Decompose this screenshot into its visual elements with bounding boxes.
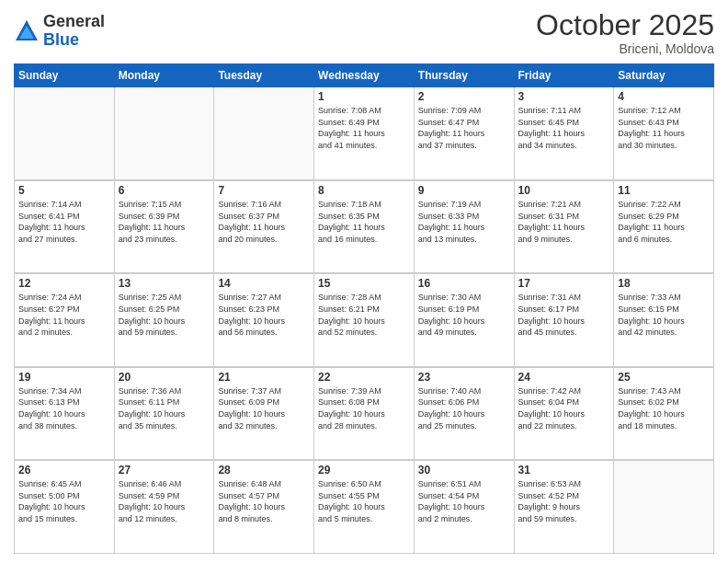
day-info: Sunrise: 7:22 AMSunset: 6:29 PMDaylight:…	[618, 199, 710, 245]
calendar-cell: 21Sunrise: 7:37 AMSunset: 6:09 PMDayligh…	[214, 367, 314, 460]
day-info: Sunrise: 6:51 AMSunset: 4:54 PMDaylight:…	[418, 478, 510, 524]
day-number: 24	[518, 371, 610, 384]
day-number: 26	[18, 464, 110, 477]
day-header-monday: Monday	[114, 64, 214, 87]
calendar-cell	[114, 87, 214, 180]
day-number: 4	[618, 90, 710, 103]
calendar-cell: 28Sunrise: 6:48 AMSunset: 4:57 PMDayligh…	[214, 460, 314, 553]
day-info: Sunrise: 7:14 AMSunset: 6:41 PMDaylight:…	[18, 199, 110, 245]
calendar-cell: 12Sunrise: 7:24 AMSunset: 6:27 PMDayligh…	[15, 273, 115, 366]
day-number: 1	[318, 90, 410, 103]
header: General Blue October 2025 Briceni, Moldo…	[14, 9, 714, 56]
day-number: 25	[618, 371, 710, 384]
title-section: October 2025 Briceni, Moldova	[536, 9, 714, 56]
day-info: Sunrise: 7:15 AMSunset: 6:39 PMDaylight:…	[119, 199, 210, 245]
day-info: Sunrise: 6:45 AMSunset: 5:00 PMDaylight:…	[18, 478, 110, 524]
calendar-cell: 5Sunrise: 7:14 AMSunset: 6:41 PMDaylight…	[15, 180, 115, 273]
calendar-cell: 17Sunrise: 7:31 AMSunset: 6:17 PMDayligh…	[514, 273, 614, 366]
day-info: Sunrise: 7:09 AMSunset: 6:47 PMDaylight:…	[418, 105, 510, 151]
day-info: Sunrise: 7:27 AMSunset: 6:23 PMDaylight:…	[218, 292, 310, 338]
day-info: Sunrise: 7:28 AMSunset: 6:21 PMDaylight:…	[318, 292, 410, 338]
calendar-cell	[614, 460, 714, 553]
day-header-sunday: Sunday	[15, 64, 115, 87]
logo-blue: Blue	[43, 31, 105, 50]
calendar-cell: 25Sunrise: 7:43 AMSunset: 6:02 PMDayligh…	[614, 367, 714, 460]
day-number: 13	[119, 277, 210, 290]
day-info: Sunrise: 7:12 AMSunset: 6:43 PMDaylight:…	[618, 105, 710, 151]
day-number: 19	[18, 371, 110, 384]
calendar-cell: 2Sunrise: 7:09 AMSunset: 6:47 PMDaylight…	[414, 87, 514, 180]
month-title: October 2025	[536, 9, 714, 41]
day-info: Sunrise: 7:31 AMSunset: 6:17 PMDaylight:…	[518, 292, 610, 338]
day-header-wednesday: Wednesday	[314, 64, 415, 87]
day-number: 18	[618, 277, 710, 290]
logo-text: General Blue	[43, 13, 105, 50]
calendar-cell: 24Sunrise: 7:42 AMSunset: 6:04 PMDayligh…	[514, 367, 614, 460]
day-number: 14	[218, 277, 310, 290]
calendar-cell: 22Sunrise: 7:39 AMSunset: 6:08 PMDayligh…	[314, 367, 415, 460]
day-number: 20	[119, 371, 210, 384]
day-info: Sunrise: 6:50 AMSunset: 4:55 PMDaylight:…	[318, 478, 410, 524]
day-info: Sunrise: 7:25 AMSunset: 6:25 PMDaylight:…	[119, 292, 210, 338]
day-info: Sunrise: 6:46 AMSunset: 4:59 PMDaylight:…	[119, 478, 210, 524]
calendar-cell: 7Sunrise: 7:16 AMSunset: 6:37 PMDaylight…	[214, 180, 314, 273]
day-number: 29	[318, 464, 410, 477]
day-number: 2	[418, 90, 510, 103]
calendar-cell: 3Sunrise: 7:11 AMSunset: 6:45 PMDaylight…	[514, 87, 614, 180]
day-number: 30	[418, 464, 510, 477]
day-number: 15	[318, 277, 410, 290]
day-info: Sunrise: 7:24 AMSunset: 6:27 PMDaylight:…	[18, 292, 110, 338]
calendar-cell: 9Sunrise: 7:19 AMSunset: 6:33 PMDaylight…	[414, 180, 514, 273]
day-info: Sunrise: 7:33 AMSunset: 6:15 PMDaylight:…	[618, 292, 710, 338]
day-header-friday: Friday	[514, 64, 614, 87]
day-info: Sunrise: 7:37 AMSunset: 6:09 PMDaylight:…	[218, 385, 310, 431]
logo-icon	[14, 18, 40, 44]
day-number: 31	[518, 464, 610, 477]
calendar-cell: 30Sunrise: 6:51 AMSunset: 4:54 PMDayligh…	[414, 460, 514, 553]
day-number: 3	[518, 90, 610, 103]
day-header-saturday: Saturday	[614, 64, 714, 87]
day-number: 22	[318, 371, 410, 384]
calendar-cell	[15, 87, 115, 180]
day-info: Sunrise: 7:08 AMSunset: 6:49 PMDaylight:…	[318, 105, 410, 151]
day-info: Sunrise: 6:48 AMSunset: 4:57 PMDaylight:…	[218, 478, 310, 524]
logo: General Blue	[14, 13, 105, 50]
day-header-thursday: Thursday	[414, 64, 514, 87]
calendar-cell: 4Sunrise: 7:12 AMSunset: 6:43 PMDaylight…	[614, 87, 714, 180]
calendar-cell: 31Sunrise: 6:53 AMSunset: 4:52 PMDayligh…	[514, 460, 614, 553]
day-number: 21	[218, 371, 310, 384]
calendar-cell: 13Sunrise: 7:25 AMSunset: 6:25 PMDayligh…	[114, 273, 214, 366]
day-number: 7	[218, 184, 310, 197]
day-number: 27	[119, 464, 210, 477]
day-number: 8	[318, 184, 410, 197]
calendar-cell: 18Sunrise: 7:33 AMSunset: 6:15 PMDayligh…	[614, 273, 714, 366]
calendar-cell: 26Sunrise: 6:45 AMSunset: 5:00 PMDayligh…	[15, 460, 115, 553]
calendar-cell: 19Sunrise: 7:34 AMSunset: 6:13 PMDayligh…	[15, 367, 115, 460]
day-number: 28	[218, 464, 310, 477]
day-info: Sunrise: 7:40 AMSunset: 6:06 PMDaylight:…	[418, 385, 510, 431]
day-info: Sunrise: 7:39 AMSunset: 6:08 PMDaylight:…	[318, 385, 410, 431]
calendar-cell: 11Sunrise: 7:22 AMSunset: 6:29 PMDayligh…	[614, 180, 714, 273]
day-info: Sunrise: 6:53 AMSunset: 4:52 PMDaylight:…	[518, 478, 610, 524]
calendar-cell: 27Sunrise: 6:46 AMSunset: 4:59 PMDayligh…	[114, 460, 214, 553]
day-number: 16	[418, 277, 510, 290]
day-number: 12	[18, 277, 110, 290]
day-number: 17	[518, 277, 610, 290]
day-number: 10	[518, 184, 610, 197]
calendar-cell: 6Sunrise: 7:15 AMSunset: 6:39 PMDaylight…	[114, 180, 214, 273]
day-info: Sunrise: 7:16 AMSunset: 6:37 PMDaylight:…	[218, 199, 310, 245]
day-info: Sunrise: 7:43 AMSunset: 6:02 PMDaylight:…	[618, 385, 710, 431]
calendar-cell: 14Sunrise: 7:27 AMSunset: 6:23 PMDayligh…	[214, 273, 314, 366]
calendar-cell: 15Sunrise: 7:28 AMSunset: 6:21 PMDayligh…	[314, 273, 415, 366]
day-number: 9	[418, 184, 510, 197]
calendar-cell: 20Sunrise: 7:36 AMSunset: 6:11 PMDayligh…	[114, 367, 214, 460]
logo-general: General	[43, 13, 105, 31]
calendar-cell	[214, 87, 314, 180]
day-number: 5	[18, 184, 110, 197]
calendar-cell: 10Sunrise: 7:21 AMSunset: 6:31 PMDayligh…	[514, 180, 614, 273]
calendar-cell: 8Sunrise: 7:18 AMSunset: 6:35 PMDaylight…	[314, 180, 415, 273]
day-info: Sunrise: 7:34 AMSunset: 6:13 PMDaylight:…	[18, 385, 110, 431]
day-info: Sunrise: 7:18 AMSunset: 6:35 PMDaylight:…	[318, 199, 410, 245]
day-info: Sunrise: 7:19 AMSunset: 6:33 PMDaylight:…	[418, 199, 510, 245]
day-info: Sunrise: 7:30 AMSunset: 6:19 PMDaylight:…	[418, 292, 510, 338]
